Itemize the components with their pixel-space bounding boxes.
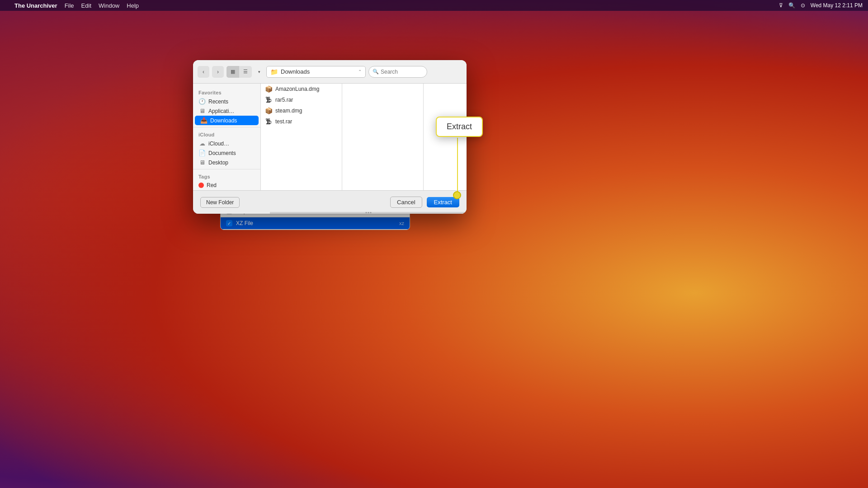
sidebar-item-applications[interactable]: 🖥 Applicati… bbox=[193, 106, 260, 116]
tag-red-label: Red bbox=[207, 182, 217, 188]
search-box[interactable]: 🔍 bbox=[368, 66, 427, 78]
dialog-toolbar: ‹ › ▦ ☰ ▾ 📁 Downloads ⌃ 🔍 bbox=[193, 60, 467, 84]
sidebar-item-documents[interactable]: 📄 Documents bbox=[193, 148, 260, 158]
menu-edit[interactable]: Edit bbox=[81, 2, 91, 9]
search-icon[interactable]: 🔍 bbox=[788, 2, 795, 9]
sidebar-item-desktop-label: Desktop bbox=[208, 160, 228, 166]
wifi-icon: ⊽ bbox=[779, 2, 783, 9]
dialog-body: Favorites 🕐 Recents 🖥 Applicati… 📥 Downl… bbox=[193, 84, 467, 190]
sidebar-item-downloads-label: Downloads bbox=[210, 117, 237, 124]
folder-icon: 📁 bbox=[270, 68, 278, 75]
tags-section-label: Tags bbox=[193, 171, 260, 181]
search-icon: 🔍 bbox=[373, 69, 379, 75]
back-button[interactable]: ‹ bbox=[198, 66, 209, 78]
menu-help[interactable]: Help bbox=[127, 2, 139, 9]
sidebar-item-recents-label: Recents bbox=[208, 99, 228, 105]
menubar-left: The Unarchiver File Edit Window Help bbox=[5, 2, 139, 9]
file-item-amazonluna[interactable]: 📦 AmazonLuna.dmg bbox=[261, 84, 342, 94]
menubar: The Unarchiver File Edit Window Help ⊽ 🔍… bbox=[0, 0, 868, 11]
rar-file-icon-2: 🗜 bbox=[264, 118, 273, 125]
sidebar-item-downloads[interactable]: 📥 Downloads bbox=[195, 116, 259, 125]
extract-tooltip-label: Extract bbox=[447, 122, 472, 131]
file-item-test-rar[interactable]: 🗜 test.rar bbox=[261, 116, 342, 127]
view-options-dropdown[interactable]: ▾ bbox=[255, 66, 264, 78]
menu-window[interactable]: Window bbox=[99, 2, 119, 9]
cancel-button[interactable]: Cancel bbox=[390, 197, 422, 208]
sidebar-item-tag-red[interactable]: Red bbox=[193, 181, 260, 190]
archive-row-xz[interactable]: ✓ XZ File xz bbox=[221, 217, 410, 230]
sidebar-item-recents[interactable]: 🕐 Recents bbox=[193, 97, 260, 106]
archive-filename-xz: XZ File bbox=[236, 220, 399, 226]
menu-file[interactable]: File bbox=[65, 2, 74, 9]
extract-tooltip: Extract bbox=[436, 117, 483, 137]
column-view-icon: ▦ bbox=[231, 69, 235, 75]
sidebar-item-documents-label: Documents bbox=[208, 150, 236, 156]
datetime-label: Wed May 12 2:11 PM bbox=[811, 2, 863, 9]
sidebar-item-desktop[interactable]: 🖥 Desktop bbox=[193, 158, 260, 167]
column-view-button[interactable]: ▦ bbox=[226, 66, 239, 78]
sidebar-divider-2 bbox=[193, 169, 260, 169]
sidebar-item-icloud-drive[interactable]: ☁ iCloud… bbox=[193, 139, 260, 148]
location-arrow-icon: ⌃ bbox=[358, 69, 362, 74]
list-view-button[interactable]: ☰ bbox=[239, 66, 252, 78]
desktop-icon: 🖥 bbox=[198, 159, 206, 166]
sidebar-item-icloud-label: iCloud… bbox=[208, 141, 229, 147]
filename-rar5: rar5.rar bbox=[275, 97, 293, 103]
recents-icon: 🕐 bbox=[198, 98, 206, 105]
filename-test: test.rar bbox=[275, 118, 292, 125]
downloads-icon: 📥 bbox=[200, 117, 208, 124]
dmg-file-icon-2: 📦 bbox=[264, 107, 273, 114]
menubar-right: ⊽ 🔍 ⊙ Wed May 12 2:11 PM bbox=[779, 2, 863, 9]
file-column-3 bbox=[424, 84, 467, 190]
new-folder-button[interactable]: New Folder bbox=[200, 197, 240, 208]
file-list: 📦 AmazonLuna.dmg 🗜 rar5.rar 📦 steam.dmg … bbox=[261, 84, 467, 190]
extract-line bbox=[457, 138, 458, 197]
documents-icon: 📄 bbox=[198, 150, 206, 156]
archive-type-xz: xz bbox=[399, 221, 404, 226]
filename-amazonluna: AmazonLuna.dmg bbox=[275, 86, 319, 92]
favorites-section-label: Favorites bbox=[193, 87, 260, 97]
sidebar-item-applications-label: Applicati… bbox=[208, 108, 234, 114]
back-icon: ‹ bbox=[203, 69, 204, 75]
control-center-icon[interactable]: ⊙ bbox=[801, 2, 805, 9]
applications-icon: 🖥 bbox=[198, 108, 206, 114]
extract-tooltip-bubble: Extract bbox=[436, 117, 483, 137]
sidebar-divider-1 bbox=[193, 127, 260, 127]
view-toggle-group: ▦ ☰ bbox=[226, 66, 252, 78]
dialog-footer: New Folder Cancel Extract bbox=[193, 190, 467, 214]
filename-steam: steam.dmg bbox=[275, 108, 302, 114]
extract-dot bbox=[453, 191, 461, 199]
dmg-file-icon: 📦 bbox=[264, 85, 273, 93]
xz-checkbox[interactable]: ✓ bbox=[226, 220, 232, 226]
app-name-label: The Unarchiver bbox=[14, 2, 57, 9]
red-tag-dot bbox=[198, 183, 204, 188]
rar-file-icon: 🗜 bbox=[264, 96, 273, 103]
location-label: Downloads bbox=[281, 68, 355, 75]
file-column-2 bbox=[342, 84, 424, 190]
file-item-rar5[interactable]: 🗜 rar5.rar bbox=[261, 94, 342, 105]
chevron-down-icon: ▾ bbox=[258, 70, 260, 74]
file-save-dialog: ‹ › ▦ ☰ ▾ 📁 Downloads ⌃ 🔍 F bbox=[193, 60, 467, 214]
file-column-1: 📦 AmazonLuna.dmg 🗜 rar5.rar 📦 steam.dmg … bbox=[261, 84, 342, 190]
columns-container: 📦 AmazonLuna.dmg 🗜 rar5.rar 📦 steam.dmg … bbox=[261, 84, 467, 190]
list-view-icon: ☰ bbox=[243, 69, 248, 75]
icloud-section-label: iCloud bbox=[193, 129, 260, 139]
location-picker[interactable]: 📁 Downloads ⌃ bbox=[266, 66, 366, 78]
forward-button[interactable]: › bbox=[212, 66, 224, 78]
forward-icon: › bbox=[217, 69, 219, 75]
search-input[interactable] bbox=[381, 69, 421, 75]
file-item-steam[interactable]: 📦 steam.dmg bbox=[261, 105, 342, 116]
icloud-icon: ☁ bbox=[198, 140, 206, 147]
dialog-sidebar: Favorites 🕐 Recents 🖥 Applicati… 📥 Downl… bbox=[193, 84, 261, 190]
